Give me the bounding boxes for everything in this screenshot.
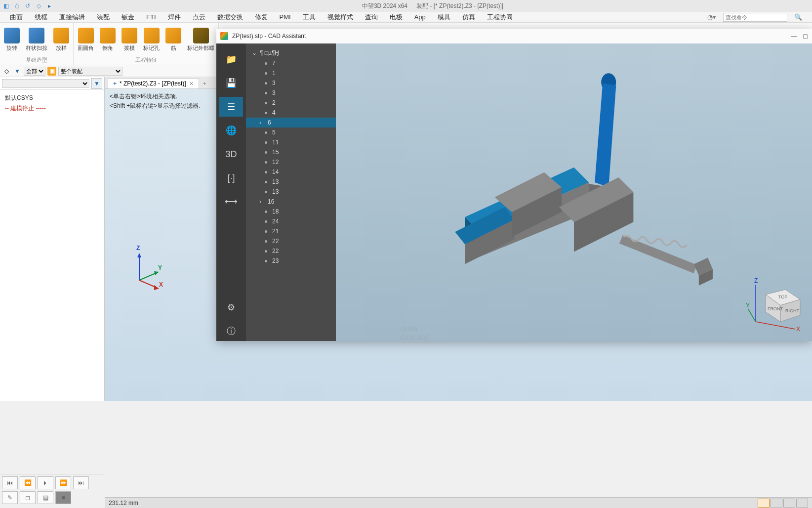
- folder-icon[interactable]: 📁: [219, 49, 243, 69]
- view-mode-1[interactable]: [758, 499, 770, 508]
- menu-item[interactable]: 线框: [30, 12, 52, 23]
- chevron-down-icon: ⌄: [252, 49, 257, 56]
- menu-item[interactable]: 装配: [92, 12, 115, 23]
- menu-item[interactable]: 数据交换: [212, 12, 248, 23]
- cad-viewport[interactable]: OPEN CASCADE TOP FRONT RIGHT Z Y X: [336, 43, 812, 341]
- menu-item[interactable]: 曲面: [5, 12, 28, 23]
- menu-item[interactable]: 直接编辑: [54, 12, 90, 23]
- 3d-icon[interactable]: 3D: [219, 144, 243, 164]
- menu-item[interactable]: 修复: [250, 12, 273, 23]
- menu-item[interactable]: FTI: [141, 12, 161, 22]
- tree-item[interactable]: 14: [246, 167, 336, 177]
- tool-ext-thread[interactable]: 标记外部螺: [186, 27, 215, 53]
- sel-icon[interactable]: ◇: [2, 67, 11, 76]
- tree-root[interactable]: ⌄ ¶ □µ¶Ӈ: [246, 47, 336, 58]
- tree-item[interactable]: 12: [246, 157, 336, 167]
- last-button[interactable]: ⏭: [73, 476, 89, 489]
- tool-fillet[interactable]: 面圆角: [77, 27, 95, 53]
- tree-item[interactable]: 2: [246, 98, 336, 108]
- tree-item[interactable]: ›6: [246, 118, 336, 127]
- tool-rod-sweep[interactable]: 杆状扫掠: [25, 27, 48, 53]
- tree-icon[interactable]: ☰: [219, 97, 243, 117]
- close-icon[interactable]: ✕: [189, 81, 194, 87]
- globe-icon[interactable]: 🌐: [219, 121, 243, 140]
- tree-item[interactable]: 22: [246, 246, 336, 256]
- tree-item[interactable]: 24: [246, 216, 336, 226]
- menu-item[interactable]: 模具: [433, 12, 455, 23]
- prev-button[interactable]: ⏪: [20, 476, 36, 489]
- filter-select[interactable]: 全部: [24, 67, 45, 76]
- cube-icon[interactable]: ▣: [47, 67, 56, 76]
- help-icon[interactable]: ◔▾: [702, 12, 721, 22]
- tree-item[interactable]: 3: [246, 88, 336, 98]
- menu-item[interactable]: 钣金: [117, 12, 139, 23]
- tree-item[interactable]: 13: [246, 177, 336, 187]
- tree-item[interactable]: 1: [246, 68, 336, 78]
- tree-csys[interactable]: 默认CSYS: [3, 93, 101, 103]
- menu-item[interactable]: 点云: [188, 12, 210, 23]
- next-button[interactable]: ⏩: [55, 476, 71, 489]
- edit-icon[interactable]: ✎: [2, 491, 18, 504]
- tree-item[interactable]: 18: [246, 207, 336, 216]
- history-tree[interactable]: 默认CSYS -- 建模停止 -----: [0, 90, 104, 401]
- qat-icon-3[interactable]: ↺: [24, 2, 32, 10]
- document-tab[interactable]: + * ZP(test2).Z3 - [ZP(test)] ✕: [108, 78, 199, 88]
- history-filter[interactable]: [2, 79, 89, 88]
- box-icon[interactable]: ◻: [20, 491, 36, 504]
- menu-item[interactable]: App: [409, 12, 431, 22]
- measure-icon[interactable]: ⟷: [219, 192, 243, 212]
- menu-item[interactable]: 焊件: [163, 12, 186, 23]
- tree-item[interactable]: 13: [246, 187, 336, 197]
- section-icon[interactable]: [·]: [219, 168, 243, 188]
- search-icon[interactable]: 🔍: [789, 12, 807, 22]
- menu-item[interactable]: 仿真: [457, 12, 480, 23]
- view-mode-4[interactable]: [796, 499, 808, 508]
- tree-item-label: 3: [272, 89, 276, 96]
- info-icon[interactable]: ⓘ: [219, 321, 243, 341]
- tree-item[interactable]: 3: [246, 78, 336, 88]
- tree-item[interactable]: 23: [246, 256, 336, 266]
- tool-rib[interactable]: 筋: [164, 27, 182, 53]
- cad-title-bar[interactable]: ZP(test).stp - CAD Assistant — ▢: [216, 29, 812, 43]
- tree-item[interactable]: 7: [246, 58, 336, 68]
- filter-icon[interactable]: ▼: [13, 67, 22, 76]
- menu-item[interactable]: PMI: [275, 12, 296, 22]
- qat-icon-4[interactable]: ◇: [35, 2, 42, 10]
- tool-loft[interactable]: 放样: [52, 27, 70, 53]
- shade-icon[interactable]: ■: [55, 491, 71, 504]
- tree-item[interactable]: 5: [246, 127, 336, 137]
- play-button[interactable]: ⏵: [38, 476, 53, 489]
- menu-item[interactable]: 电极: [385, 12, 407, 23]
- tree-item[interactable]: ›16: [246, 197, 336, 207]
- first-button[interactable]: ⏮: [2, 476, 18, 489]
- gear-icon[interactable]: ⚙: [219, 297, 243, 317]
- tree-item[interactable]: 21: [246, 226, 336, 236]
- qat-icon-2[interactable]: ⎙: [13, 2, 21, 10]
- tool-rotate[interactable]: 旋转: [3, 27, 21, 53]
- scope-select[interactable]: 整个装配: [58, 67, 122, 76]
- view-mode-3[interactable]: [783, 499, 795, 508]
- qat-icon-5[interactable]: ▸: [45, 2, 53, 10]
- menu-item[interactable]: 工程协同: [482, 12, 518, 23]
- save-icon[interactable]: 💾: [219, 73, 243, 93]
- cad-model-tree[interactable]: ⌄ ¶ □µ¶Ӈ 713324›65111512141313›161824212…: [246, 43, 336, 341]
- qat-icon-1[interactable]: ◧: [2, 2, 10, 10]
- tree-item[interactable]: 22: [246, 236, 336, 246]
- add-tab-button[interactable]: +: [199, 79, 210, 88]
- layer-icon[interactable]: ▤: [38, 491, 53, 504]
- menu-item[interactable]: 视觉样式: [323, 12, 358, 23]
- view-mode-2[interactable]: [771, 499, 782, 508]
- menu-item[interactable]: 查询: [360, 12, 383, 23]
- tree-item[interactable]: 11: [246, 137, 336, 147]
- menu-item[interactable]: 工具: [298, 12, 321, 23]
- tree-item[interactable]: 4: [246, 108, 336, 118]
- minimize-button[interactable]: —: [791, 33, 797, 40]
- tree-item[interactable]: 15: [246, 147, 336, 157]
- view-cube[interactable]: TOP FRONT RIGHT Z Y X: [746, 275, 805, 334]
- filter-button[interactable]: ▼: [91, 78, 102, 89]
- maximize-button[interactable]: ▢: [803, 33, 808, 40]
- tool-draft[interactable]: 拔模: [121, 27, 138, 53]
- tool-hole[interactable]: 标记孔: [142, 27, 161, 53]
- search-input[interactable]: [723, 13, 787, 22]
- tool-chamfer[interactable]: 倒角: [99, 27, 117, 53]
